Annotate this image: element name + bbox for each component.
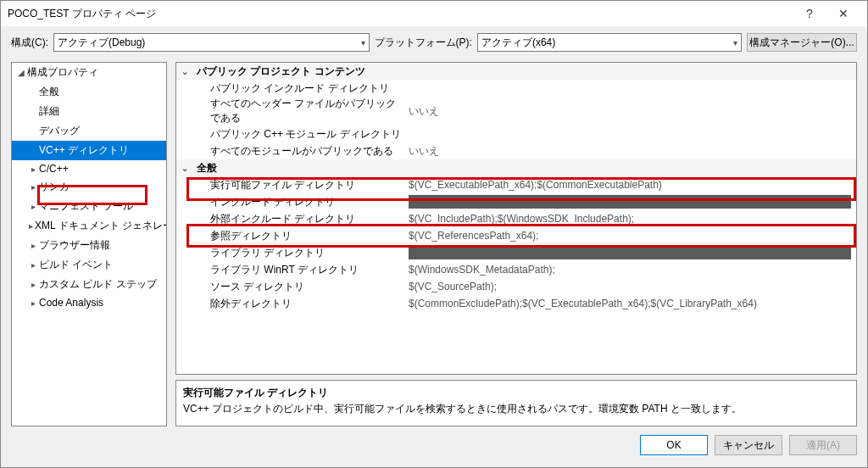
grid-value[interactable] bbox=[405, 246, 856, 259]
collapse-icon: ◢ bbox=[17, 68, 25, 77]
tree-item-debug[interactable]: デバッグ bbox=[12, 121, 167, 141]
tree-item-label: カスタム ビルド ステップ bbox=[39, 277, 157, 292]
apply-button[interactable]: 適用(A) bbox=[789, 435, 857, 455]
grid-row-ext-include-dirs[interactable]: 外部インクルード ディレクトリ$(VC_IncludePath);$(Windo… bbox=[176, 210, 856, 227]
grid-row-exec-dirs[interactable]: 実行可能ファイル ディレクトリ$(VC_ExecutablePath_x64);… bbox=[176, 176, 856, 193]
grid-row-source-dirs[interactable]: ソース ディレクトリ$(VC_SourcePath); bbox=[176, 278, 856, 295]
grid-value[interactable]: $(VC_ExecutablePath_x64);$(CommonExecuta… bbox=[405, 179, 856, 191]
tree-item-label: Code Analysis bbox=[39, 297, 103, 309]
grid-value[interactable]: $(VC_IncludePath);$(WindowsSDK_IncludePa… bbox=[405, 213, 856, 225]
tree-item-browser[interactable]: ▸ブラウザー情報 bbox=[12, 236, 167, 255]
platform-combo[interactable]: アクティブ(x64) bbox=[477, 33, 742, 52]
grid-value[interactable]: $(VC_ReferencesPath_x64); bbox=[405, 230, 856, 242]
property-grid[interactable]: ⌄ パブリック プロジェクト コンテンツ パブリック インクルード ディレクトリ… bbox=[175, 62, 857, 375]
config-combo[interactable]: アクティブ(Debug) bbox=[53, 33, 370, 52]
button-row: OK キャンセル 適用(A) bbox=[1, 432, 867, 467]
collapse-icon: ⌄ bbox=[176, 67, 193, 76]
tree-item-label: VC++ ディレクトリ bbox=[39, 143, 129, 158]
grid-label: 外部インクルード ディレクトリ bbox=[193, 212, 405, 226]
expand-icon: ▸ bbox=[29, 221, 33, 231]
tree-item-label: ビルド イベント bbox=[39, 258, 113, 272]
grid-row[interactable]: パブリック C++ モジュール ディレクトリ bbox=[176, 125, 856, 142]
window-title: POCO_TEST プロパティ ページ bbox=[8, 7, 793, 21]
property-page-window: POCO_TEST プロパティ ページ ? ✕ 構成(C): アクティブ(Deb… bbox=[0, 0, 868, 468]
grid-label: 実行可能ファイル ディレクトリ bbox=[193, 178, 405, 192]
grid-row-include-dirs[interactable]: インクルード ディレクトリ bbox=[176, 193, 856, 210]
help-button[interactable]: ? bbox=[793, 1, 826, 26]
tree-item-linker[interactable]: ▸リンカー bbox=[12, 177, 167, 197]
config-value: アクティブ(Debug) bbox=[58, 36, 145, 50]
grid-row[interactable]: すべてのヘッダー ファイルがパブリックであるいいえ bbox=[176, 97, 856, 125]
tree-item-label: ブラウザー情報 bbox=[39, 238, 110, 253]
expand-icon: ▸ bbox=[29, 202, 37, 211]
grid-row[interactable]: パブリック インクルード ディレクトリ bbox=[176, 80, 856, 97]
tree-item-label: C/C++ bbox=[39, 163, 69, 175]
expand-icon: ▸ bbox=[29, 260, 37, 270]
tree-item-label: デバッグ bbox=[39, 124, 80, 138]
tree-item-advanced[interactable]: 詳細 bbox=[12, 102, 167, 121]
collapse-icon: ⌄ bbox=[176, 164, 193, 173]
redacted-value bbox=[409, 246, 851, 259]
tree-item-label: マニフェスト ツール bbox=[39, 199, 133, 214]
platform-label: プラットフォーム(P): bbox=[375, 36, 472, 50]
platform-value: アクティブ(x64) bbox=[481, 36, 555, 50]
grid-label: 参照ディレクトリ bbox=[193, 229, 405, 243]
tree-pane[interactable]: ◢ 構成プロパティ 全般 詳細 デバッグ VC++ ディレクトリ ▸C/C++ … bbox=[11, 62, 167, 426]
grid-label: ライブラリ WinRT ディレクトリ bbox=[193, 263, 405, 277]
close-button[interactable]: ✕ bbox=[826, 1, 860, 26]
tree-item-custom-build[interactable]: ▸カスタム ビルド ステップ bbox=[12, 275, 167, 294]
ok-button[interactable]: OK bbox=[640, 435, 708, 455]
config-row: 構成(C): アクティブ(Debug) プラットフォーム(P): アクティブ(x… bbox=[1, 26, 867, 53]
grid-value[interactable]: $(WindowsSDK_MetadataPath); bbox=[405, 264, 856, 276]
group-label: 全般 bbox=[193, 161, 405, 176]
description-title: 実行可能ファイル ディレクトリ bbox=[183, 386, 849, 400]
grid-value[interactable]: いいえ bbox=[405, 144, 856, 159]
tree-item-ccpp[interactable]: ▸C/C++ bbox=[12, 160, 167, 177]
grid-label: パブリック C++ モジュール ディレクトリ bbox=[193, 127, 405, 142]
tree-item-vcpp-dirs[interactable]: VC++ ディレクトリ bbox=[12, 141, 167, 160]
grid-row-winrt-dirs[interactable]: ライブラリ WinRT ディレクトリ$(WindowsSDK_MetadataP… bbox=[176, 261, 856, 278]
grid-label: すべてのヘッダー ファイルがパブリックである bbox=[193, 97, 405, 125]
description-text: VC++ プロジェクトのビルド中、実行可能ファイルを検索するときに使用されるパス… bbox=[183, 402, 849, 416]
cancel-button[interactable]: キャンセル bbox=[715, 435, 782, 455]
grid-row[interactable]: すべてのモジュールがパブリックであるいいえ bbox=[176, 142, 856, 159]
titlebar: POCO_TEST プロパティ ページ ? ✕ bbox=[1, 1, 867, 26]
tree-item-label: 詳細 bbox=[39, 104, 59, 119]
tree-item-label: XML ドキュメント ジェネレーター bbox=[35, 219, 167, 233]
grid-label: ライブラリ ディレクトリ bbox=[193, 246, 405, 260]
tree-item-manifest[interactable]: ▸マニフェスト ツール bbox=[12, 197, 167, 216]
grid-label: すべてのモジュールがパブリックである bbox=[193, 144, 405, 159]
tree-root-label: 構成プロパティ bbox=[27, 65, 98, 80]
grid-label: 除外ディレクトリ bbox=[193, 297, 405, 311]
right-pane: ⌄ パブリック プロジェクト コンテンツ パブリック インクルード ディレクトリ… bbox=[175, 62, 857, 426]
grid-row-ref-dirs[interactable]: 参照ディレクトリ$(VC_ReferencesPath_x64); bbox=[176, 227, 856, 244]
tree-item-label: 全般 bbox=[39, 85, 59, 99]
grid-label: パブリック インクルード ディレクトリ bbox=[193, 81, 405, 96]
grid-label: インクルード ディレクトリ bbox=[193, 195, 405, 209]
tree-item-build-events[interactable]: ▸ビルド イベント bbox=[12, 255, 167, 275]
expand-icon: ▸ bbox=[29, 241, 37, 250]
expand-icon: ▸ bbox=[29, 298, 37, 308]
grid-label: ソース ディレクトリ bbox=[193, 280, 405, 294]
grid-value[interactable]: $(VC_SourcePath); bbox=[405, 281, 856, 292]
group-label: パブリック プロジェクト コンテンツ bbox=[193, 64, 405, 79]
config-label: 構成(C): bbox=[11, 36, 48, 50]
tree-root[interactable]: ◢ 構成プロパティ bbox=[12, 63, 167, 82]
grid-group-general[interactable]: ⌄ 全般 bbox=[176, 159, 856, 176]
grid-group-public[interactable]: ⌄ パブリック プロジェクト コンテンツ bbox=[176, 63, 856, 80]
expand-icon: ▸ bbox=[29, 182, 37, 192]
grid-value[interactable]: $(CommonExcludePath);$(VC_ExecutablePath… bbox=[405, 298, 856, 309]
grid-row-library-dirs[interactable]: ライブラリ ディレクトリ bbox=[176, 244, 856, 261]
grid-value[interactable] bbox=[405, 195, 856, 209]
grid-row-exclude-dirs[interactable]: 除外ディレクトリ$(CommonExcludePath);$(VC_Execut… bbox=[176, 295, 856, 312]
expand-icon: ▸ bbox=[29, 164, 37, 174]
expand-icon: ▸ bbox=[29, 280, 37, 289]
body-area: ◢ 構成プロパティ 全般 詳細 デバッグ VC++ ディレクトリ ▸C/C++ … bbox=[1, 53, 867, 432]
tree-item-general[interactable]: 全般 bbox=[12, 82, 167, 102]
redacted-value bbox=[409, 195, 851, 209]
grid-value[interactable]: いいえ bbox=[405, 104, 856, 119]
tree-item-xmldoc[interactable]: ▸XML ドキュメント ジェネレーター bbox=[12, 216, 167, 236]
tree-item-code-analysis[interactable]: ▸Code Analysis bbox=[12, 294, 167, 311]
description-pane: 実行可能ファイル ディレクトリ VC++ プロジェクトのビルド中、実行可能ファイ… bbox=[175, 380, 857, 426]
config-manager-button[interactable]: 構成マネージャー(O)... bbox=[747, 33, 857, 52]
